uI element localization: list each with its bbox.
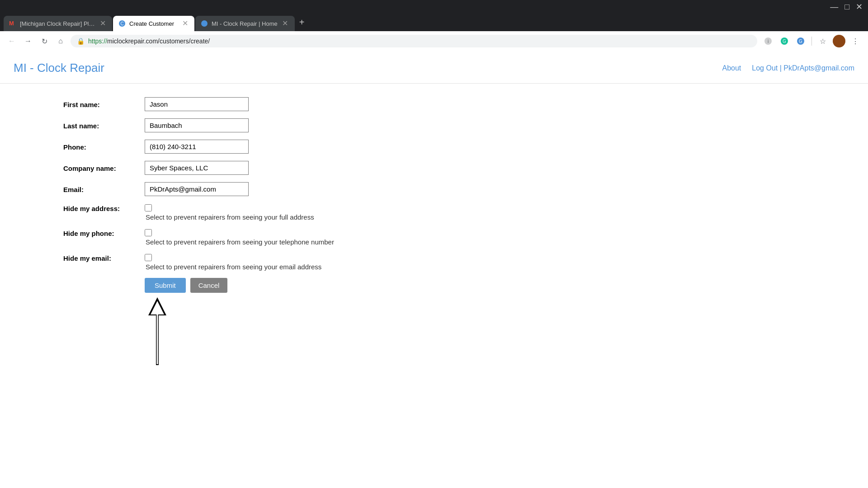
tab-gmail-close[interactable]: ✕ — [99, 19, 107, 28]
first-name-input[interactable] — [145, 97, 249, 111]
close-button[interactable]: ✕ — [856, 3, 863, 11]
page: MI - Clock Repair About Log Out | PkDrAp… — [0, 51, 868, 480]
submit-button[interactable]: Submit — [145, 278, 186, 293]
phone-label: Phone: — [63, 140, 145, 151]
back-button[interactable]: ← — [5, 35, 18, 47]
extension-icon-2[interactable]: G — [793, 34, 808, 48]
minimize-button[interactable]: — — [830, 3, 838, 11]
forward-button[interactable]: → — [22, 35, 34, 47]
address-bar[interactable]: 🔒 https://miclockrepair.com/customers/cr… — [71, 35, 757, 47]
address-text: https://miclockrepair.com/customers/crea… — [88, 38, 751, 45]
tab-mi-clock-label: MI - Clock Repair | Home — [212, 20, 278, 27]
svg-text:C: C — [120, 21, 123, 26]
grammarly-icon[interactable]: G — [777, 34, 792, 48]
gmail-tab-icon: M — [9, 20, 16, 27]
tab-mi-clock[interactable]: MI - Clock Repair | Home ✕ — [195, 16, 295, 31]
hide-phone-section: Select to prevent repairers from seeing … — [145, 228, 334, 246]
profile-avatar — [833, 35, 845, 47]
svg-point-2 — [201, 20, 208, 27]
new-tab-button[interactable]: + — [296, 14, 308, 31]
email-row: Email: — [63, 182, 805, 196]
hide-phone-wrapper — [145, 228, 334, 236]
tab-create-customer-label: Create Customer — [129, 20, 177, 27]
hide-email-label: Hide my email: — [63, 253, 145, 262]
tab-gmail[interactable]: M [Michigan Clock Repair] Please C ✕ — [4, 16, 112, 31]
extension-icon-1[interactable]: i — [761, 34, 775, 48]
browser-chrome: — □ ✕ M [Michigan Clock Repair] Please C… — [0, 0, 868, 51]
svg-text:G: G — [783, 39, 786, 44]
first-name-label: First name: — [63, 97, 145, 108]
hide-address-wrapper — [145, 203, 314, 211]
more-options-button[interactable]: ⋮ — [848, 34, 863, 48]
hide-email-wrapper — [145, 253, 321, 261]
last-name-row: Last name: — [63, 118, 805, 132]
logout-link[interactable]: Log Out | PkDrApts@gmail.com — [752, 64, 854, 72]
address-domain: miclockrepair.com — [107, 38, 158, 45]
toolbar-icons: i G G ☆ ⋮ — [761, 34, 863, 48]
hide-phone-checkbox[interactable] — [145, 229, 152, 236]
tab-create-customer[interactable]: C Create Customer ✕ — [113, 16, 194, 31]
button-row: Submit Cancel — [145, 278, 805, 293]
address-https: https:// — [88, 38, 107, 45]
address-path: /customers/create/ — [158, 38, 210, 45]
cancel-button[interactable]: Cancel — [190, 278, 228, 293]
phone-row: Phone: — [63, 140, 805, 154]
company-name-label: Company name: — [63, 161, 145, 172]
hide-email-section: Select to prevent repairers from seeing … — [145, 253, 321, 271]
hide-phone-desc: Select to prevent repairers from seeing … — [146, 238, 334, 246]
company-name-input[interactable] — [145, 161, 249, 175]
about-link[interactable]: About — [722, 64, 741, 72]
hide-email-checkbox[interactable] — [145, 254, 152, 261]
hide-phone-row: Hide my phone: Select to prevent repaire… — [63, 228, 805, 246]
tab-create-customer-close[interactable]: ✕ — [181, 19, 189, 28]
bookmark-icon[interactable]: ☆ — [816, 34, 830, 48]
email-label: Email: — [63, 182, 145, 193]
last-name-label: Last name: — [63, 118, 145, 130]
hide-address-label: Hide my address: — [63, 203, 145, 212]
svg-rect-12 — [157, 311, 158, 364]
hide-address-section: Select to prevent repairers from seeing … — [145, 203, 314, 221]
first-name-row: First name: — [63, 97, 805, 111]
toolbar-divider — [811, 37, 812, 46]
maximize-button[interactable]: □ — [844, 3, 849, 11]
profile-button[interactable] — [832, 34, 846, 48]
hide-address-desc: Select to prevent repairers from seeing … — [146, 213, 314, 221]
hide-email-row: Hide my email: Select to prevent repaire… — [63, 253, 805, 271]
arrow-annotation — [146, 297, 805, 370]
site-header: MI - Clock Repair About Log Out | PkDrAp… — [0, 51, 868, 84]
last-name-input[interactable] — [145, 118, 249, 132]
site-logo[interactable]: MI - Clock Repair — [14, 61, 104, 75]
company-name-row: Company name: — [63, 161, 805, 175]
hide-address-row: Hide my address: Select to prevent repai… — [63, 203, 805, 221]
tab-bar: M [Michigan Clock Repair] Please C ✕ C C… — [0, 14, 868, 31]
phone-input[interactable] — [145, 140, 249, 154]
title-bar: — □ ✕ — [0, 0, 868, 14]
hide-address-checkbox[interactable] — [145, 204, 152, 211]
address-bar-row: ← → ↻ ⌂ 🔒 https://miclockrepair.com/cust… — [0, 31, 868, 51]
form-container: First name: Last name: Phone: Company na… — [0, 84, 868, 383]
mi-clock-tab-icon — [201, 20, 208, 27]
window-controls: — □ ✕ — [830, 3, 863, 11]
site-nav: About Log Out | PkDrApts@gmail.com — [722, 64, 854, 72]
hide-email-desc: Select to prevent repairers from seeing … — [146, 263, 321, 271]
svg-text:i: i — [768, 39, 769, 44]
lock-icon: 🔒 — [77, 38, 85, 45]
create-customer-tab-icon: C — [118, 20, 126, 27]
svg-text:G: G — [799, 39, 802, 44]
refresh-button[interactable]: ↻ — [38, 35, 51, 47]
hide-phone-label: Hide my phone: — [63, 228, 145, 237]
home-button[interactable]: ⌂ — [54, 35, 67, 47]
tab-mi-clock-close[interactable]: ✕ — [281, 19, 289, 28]
tab-gmail-label: [Michigan Clock Repair] Please C — [20, 20, 95, 27]
up-arrow-icon — [146, 297, 169, 370]
email-input[interactable] — [145, 182, 249, 196]
